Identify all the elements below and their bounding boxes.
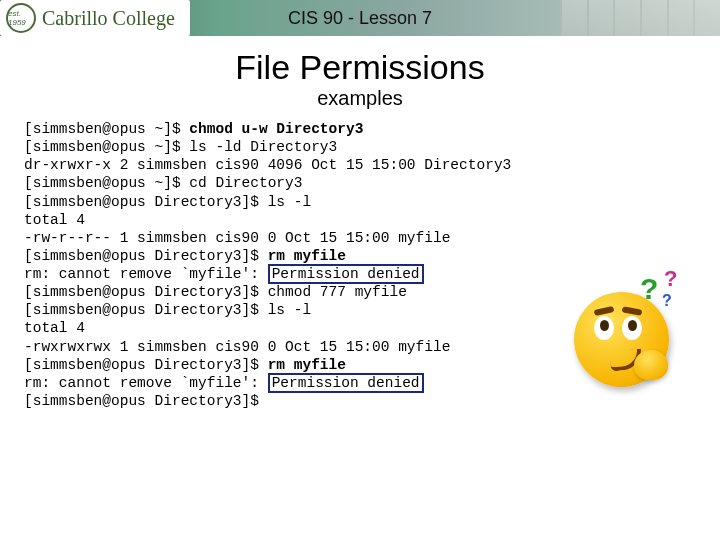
- page-title: File Permissions: [0, 48, 720, 87]
- college-logo: est. 1959 Cabrillo College: [0, 0, 190, 36]
- thinking-emoji-icon: ? ? ?: [570, 270, 690, 400]
- logo-text: Cabrillo College: [42, 7, 175, 30]
- lesson-title: CIS 90 - Lesson 7: [288, 8, 432, 29]
- header-columns-decoration: [560, 0, 720, 36]
- permission-denied-box: Permission denied: [268, 264, 424, 284]
- header-bar: est. 1959 Cabrillo College CIS 90 - Less…: [0, 0, 720, 36]
- permission-denied-box: Permission denied: [268, 373, 424, 393]
- page-subtitle: examples: [0, 87, 720, 110]
- logo-seal: est. 1959: [6, 3, 36, 33]
